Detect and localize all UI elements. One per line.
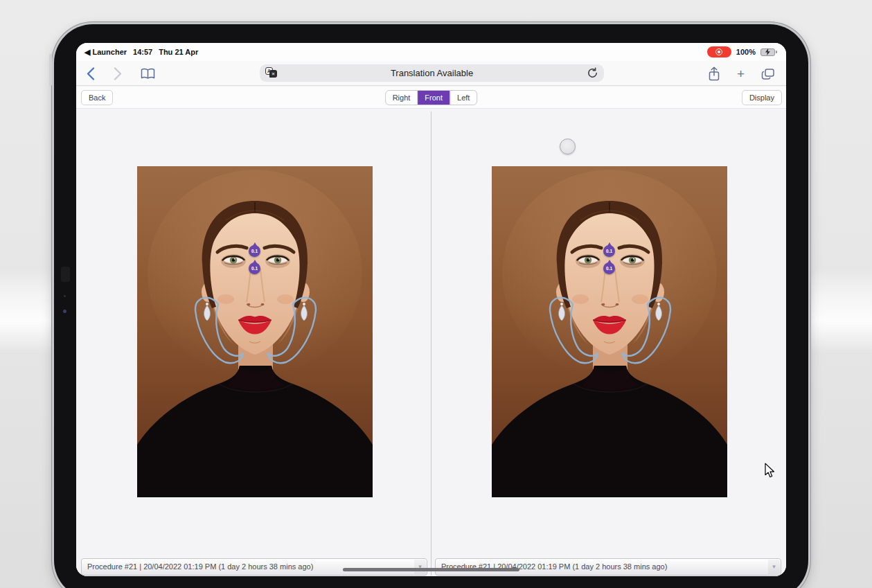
reload-icon[interactable] [587,67,598,79]
front-camera-module [61,267,70,282]
tabs-icon[interactable] [761,68,775,80]
comparison-area: 0.1 0.1 0.1 0.1 Procedure #21 | 20/04/20… [76,109,786,576]
procedure-select-value: Procedure #21 | 20/04/2022 01:19 PM (1 d… [87,562,313,571]
injection-marker[interactable]: 0.1 [603,245,615,257]
reading-list-book-icon[interactable] [141,68,155,80]
right-procedure-select[interactable]: Procedure #21 | 20/04/2022 01:19 PM (1 d… [435,558,781,576]
right-patient-photo[interactable]: 0.1 0.1 [492,166,727,497]
left-patient-photo[interactable]: 0.1 0.1 [137,166,373,497]
injection-marker[interactable]: 0.1 [249,262,260,274]
panel-divider [431,112,431,576]
record-icon [715,48,722,55]
side-button [49,54,52,86]
status-time: 14:57 [133,48,152,56]
address-bar[interactable]: A ✕ Translation Available [260,64,604,82]
touch-pointer-indicator [560,139,576,154]
new-tab-icon[interactable]: + [737,68,745,80]
page-title: Translation Available [260,64,604,82]
view-segmented-control: Right Front Left [385,90,478,105]
browser-forward-icon[interactable] [114,67,122,80]
home-indicator-bar[interactable] [343,568,519,571]
jawline-annotation-outlines [492,166,727,497]
segment-front[interactable]: Front [418,91,450,105]
status-bar: ◀ Launcher 14:57 Thu 21 Apr 100% [76,43,786,61]
display-button[interactable]: Display [742,90,782,105]
ambient-sensor-dot [64,295,66,297]
screen-recording-indicator[interactable] [707,46,731,57]
share-icon[interactable] [708,66,720,81]
ipad-screen: ◀ Launcher 14:57 Thu 21 Apr 100% [76,43,786,576]
segment-left[interactable]: Left [450,91,477,105]
browser-back-icon[interactable] [87,67,95,80]
front-camera-lens [63,310,66,313]
chevron-down-icon: ▾ [768,560,780,574]
battery-charging-icon [760,48,778,56]
injection-marker[interactable]: 0.1 [603,262,615,274]
injection-marker[interactable]: 0.1 [249,245,260,257]
app-toolbar: Back Right Front Left Display [76,87,786,109]
back-button[interactable]: Back [81,90,113,105]
chevron-down-icon: ▾ [414,560,426,574]
browser-toolbar: A ✕ Translation Available + [76,61,786,86]
desktop-background: ◀ Launcher 14:57 Thu 21 Apr 100% [0,0,872,588]
back-to-launcher-link[interactable]: ◀ Launcher [84,48,127,57]
status-date: Thu 21 Apr [159,48,198,56]
mouse-cursor [764,463,775,479]
segment-right[interactable]: Right [386,91,418,105]
left-procedure-select[interactable]: Procedure #21 | 20/04/2022 01:19 PM (1 d… [81,558,427,576]
jawline-annotation-outlines [137,166,373,497]
battery-percent: 100% [736,48,756,56]
